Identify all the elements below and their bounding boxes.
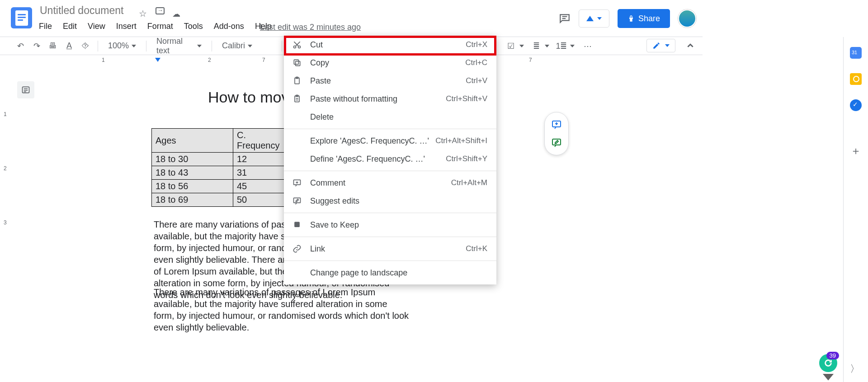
style-dropdown[interactable]: Normal text — [152, 39, 206, 53]
header: Untitled document ☆ ☁ File Edit View Ins… — [0, 0, 703, 37]
ctx-item-label: Comment — [310, 178, 451, 188]
ctx-item-paste[interactable]: PasteCtrl+V — [284, 72, 496, 90]
keep-icon[interactable] — [850, 73, 862, 85]
menu-tools[interactable]: Tools — [184, 22, 203, 31]
ctx-item-copy[interactable]: CopyCtrl+C — [284, 54, 496, 72]
menu-addons[interactable]: Add-ons — [214, 22, 244, 31]
ctx-item-shortcut: Ctrl+C — [465, 58, 487, 67]
copy-icon — [292, 58, 302, 68]
font-dropdown[interactable]: Calibri — [217, 39, 276, 53]
star-icon[interactable]: ☆ — [139, 8, 147, 19]
collapse-toolbar-button[interactable] — [686, 42, 694, 50]
menu-view[interactable]: View — [88, 22, 105, 31]
data-table[interactable]: AgesC. Frequency 18 to 3012 18 to 4331 1… — [151, 128, 285, 207]
ctx-item-label: Copy — [310, 58, 465, 68]
ctx-item-shortcut: Ctrl+Shift+Y — [446, 154, 487, 163]
floating-comment-pill — [544, 112, 569, 155]
svg-rect-13 — [294, 60, 298, 64]
ctx-item-comment[interactable]: CommentCtrl+Alt+M — [284, 174, 496, 192]
menu-insert[interactable]: Insert — [116, 22, 137, 31]
checklist-button[interactable]: ☑ — [504, 39, 518, 53]
document-name[interactable]: Untitled document — [40, 5, 123, 17]
cloud-icon[interactable]: ☁ — [172, 9, 180, 19]
ctx-item-shortcut: Ctrl+X — [466, 40, 487, 49]
link-icon — [292, 244, 302, 254]
numbered-list-button[interactable]: 1≣ — [555, 39, 568, 53]
side-panel: ＋ — [843, 37, 868, 382]
present-button[interactable] — [579, 9, 609, 28]
paste-plain-icon — [292, 94, 302, 104]
ctx-item-paste-without-formatting[interactable]: Paste without formattingCtrl+Shift+V — [284, 90, 496, 108]
menu-file[interactable]: File — [39, 22, 52, 31]
grammarly-dropdown-icon[interactable] — [823, 374, 834, 382]
ctx-item-label: Paste — [310, 76, 466, 86]
ctx-item-shortcut: Ctrl+Alt+M — [451, 178, 487, 187]
ctx-item-label: Paste without formatting — [310, 94, 446, 104]
ctx-item-label: Delete — [310, 112, 487, 122]
ctx-item-label: Cut — [310, 40, 466, 50]
ctx-item-shortcut: Ctrl+V — [466, 76, 487, 85]
paint-format-button[interactable]: ⯑ — [79, 39, 92, 53]
comments-icon[interactable] — [559, 13, 571, 24]
zoom-dropdown[interactable]: 100% — [104, 39, 141, 53]
last-edit-link[interactable]: Last edit was 2 minutes ago — [260, 23, 361, 32]
hide-sidepanel-button[interactable]: 〉 — [850, 362, 860, 376]
tasks-icon[interactable] — [850, 99, 862, 111]
blank-icon — [292, 112, 302, 122]
print-button[interactable]: 🖶 — [46, 39, 60, 53]
menu-edit[interactable]: Edit — [63, 22, 77, 31]
suggest-icon — [292, 196, 302, 206]
ctx-item-cut[interactable]: CutCtrl+X — [284, 36, 496, 54]
ctx-item-shortcut: Ctrl+Alt+Shift+I — [435, 136, 487, 145]
calendar-icon[interactable] — [850, 47, 862, 59]
more-button[interactable]: ⋯ — [581, 39, 594, 53]
user-avatar[interactable] — [678, 9, 696, 28]
cut-icon — [292, 40, 302, 50]
ctx-item-shortcut: Ctrl+Shift+V — [446, 94, 487, 103]
ctx-item-label: Change page to landscape — [310, 268, 487, 278]
share-label: Share — [638, 14, 660, 23]
spellcheck-button[interactable]: A — [62, 39, 76, 53]
svg-rect-24 — [294, 222, 300, 227]
comment-icon — [292, 178, 302, 188]
svg-rect-12 — [296, 61, 300, 66]
svg-point-10 — [294, 46, 296, 48]
ctx-item-explore-agesc-frequencyc[interactable]: Explore 'AgesC. FrequencyC. …'Ctrl+Alt+S… — [284, 132, 496, 150]
paste-icon — [292, 76, 302, 86]
undo-button[interactable]: ↶ — [14, 39, 27, 53]
move-icon[interactable] — [156, 7, 165, 14]
ctx-item-shortcut: Ctrl+K — [466, 244, 487, 253]
ctx-item-link[interactable]: LinkCtrl+K — [284, 240, 496, 258]
share-button[interactable]: Share — [618, 9, 670, 28]
blank-icon — [292, 268, 302, 278]
blank-icon — [292, 136, 302, 146]
docs-logo[interactable] — [11, 7, 32, 28]
svg-rect-9 — [552, 139, 561, 145]
ctx-item-delete[interactable]: Delete — [284, 108, 496, 126]
add-comment-button[interactable] — [551, 119, 562, 130]
addons-plus-button[interactable]: ＋ — [850, 144, 861, 158]
svg-rect-23 — [294, 198, 301, 203]
svg-point-11 — [298, 46, 301, 48]
outline-button[interactable] — [17, 81, 34, 98]
ctx-item-change-page-to-landscape[interactable]: Change page to landscape — [284, 264, 496, 282]
blank-icon — [292, 154, 302, 164]
ctx-item-label: Save to Keep — [310, 220, 487, 230]
ctx-item-define-agesc-frequencyc[interactable]: Define 'AgesC. FrequencyC. …'Ctrl+Shift+… — [284, 150, 496, 168]
paragraph-2[interactable]: There are many variations of passages of… — [154, 286, 409, 333]
redo-button[interactable]: ↷ — [30, 39, 43, 53]
suggest-edits-button[interactable] — [551, 137, 562, 148]
ctx-item-label: Suggest edits — [310, 196, 487, 206]
bulleted-list-button[interactable]: ≣ — [529, 39, 543, 53]
ctx-item-label: Define 'AgesC. FrequencyC. …' — [310, 154, 446, 164]
menubar: File Edit View Insert Format Tools Add-o… — [39, 22, 272, 31]
ctx-item-label: Link — [310, 244, 466, 254]
ctx-item-suggest-edits[interactable]: Suggest edits — [284, 192, 496, 210]
ctx-item-save-to-keep[interactable]: Save to Keep — [284, 216, 496, 234]
menu-format[interactable]: Format — [147, 22, 173, 31]
vertical-ruler[interactable]: 1 2 3 — [0, 65, 11, 381]
editing-mode-dropdown[interactable] — [646, 39, 675, 52]
page-title[interactable]: How to mov — [208, 89, 289, 106]
indent-marker[interactable] — [155, 58, 160, 62]
keep-icon — [292, 220, 302, 230]
